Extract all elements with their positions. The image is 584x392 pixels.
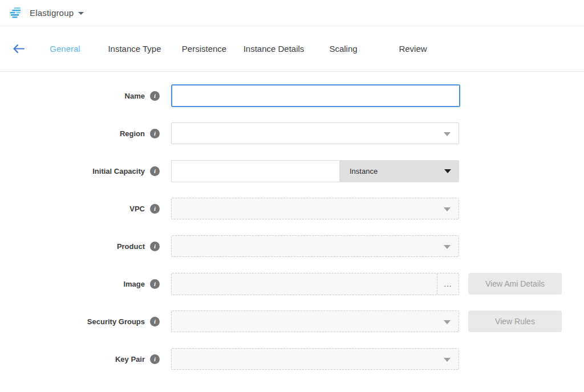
image-label: Image xyxy=(123,280,145,288)
name-label: Name xyxy=(125,92,145,100)
brand-name[interactable]: Elastigroup xyxy=(30,8,74,18)
vpc-dropdown[interactable] xyxy=(171,198,459,219)
capacity-unit-value: Instance xyxy=(350,167,378,175)
initial-capacity-row: Initial Capacity i Instance xyxy=(0,160,584,182)
region-row: Region i xyxy=(0,122,584,145)
view-rules-button[interactable]: View Rules xyxy=(468,311,562,332)
name-info-icon[interactable]: i xyxy=(150,91,160,101)
elastigroup-logo-icon xyxy=(9,7,24,19)
image-browse-ellipsis-icon[interactable]: ... xyxy=(437,273,459,295)
vpc-label: VPC xyxy=(129,205,145,213)
key-pair-caret-down-icon xyxy=(444,358,451,362)
initial-capacity-info-icon[interactable]: i xyxy=(150,166,160,176)
region-dropdown[interactable] xyxy=(171,122,459,144)
initial-capacity-label: Initial Capacity xyxy=(92,167,145,175)
tab-general[interactable]: General xyxy=(30,44,100,54)
vpc-info-icon[interactable]: i xyxy=(150,204,160,214)
product-label: Product xyxy=(117,242,145,251)
top-bar: Elastigroup xyxy=(0,0,584,26)
security-groups-label: Security Groups xyxy=(87,317,145,326)
tab-scaling[interactable]: Scaling xyxy=(309,44,378,54)
view-ami-details-button[interactable]: View Ami Details xyxy=(468,273,562,295)
capacity-unit-dropdown[interactable]: Instance xyxy=(340,160,459,182)
name-row: Name i xyxy=(0,84,584,107)
tab-instance-details[interactable]: Instance Details xyxy=(239,44,309,54)
product-row: Product i xyxy=(0,235,584,258)
wizard-tab-bar: General Instance Type Persistence Instan… xyxy=(0,26,584,72)
tab-instance-type[interactable]: Instance Type xyxy=(100,44,169,54)
security-groups-row: Security Groups i View Rules xyxy=(0,310,584,333)
security-groups-dropdown[interactable] xyxy=(171,311,459,332)
brand-caret-down-icon[interactable] xyxy=(78,12,84,15)
wizard-tabs: General Instance Type Persistence Instan… xyxy=(30,44,448,54)
name-input[interactable] xyxy=(171,84,460,107)
image-row: Image i ... View Ami Details xyxy=(0,272,584,295)
region-info-icon[interactable]: i xyxy=(150,129,160,138)
image-info-icon[interactable]: i xyxy=(150,279,160,289)
key-pair-info-icon[interactable]: i xyxy=(150,354,160,364)
product-caret-down-icon xyxy=(444,245,451,249)
product-dropdown[interactable] xyxy=(171,235,459,257)
back-arrow-icon[interactable] xyxy=(13,44,30,54)
general-settings-form: Name i Region i Initial Capacity i Insta… xyxy=(0,72,584,370)
vpc-caret-down-icon xyxy=(444,207,451,211)
vpc-row: VPC i xyxy=(0,197,584,220)
capacity-unit-caret-down-icon xyxy=(444,169,451,173)
region-label: Region xyxy=(120,129,145,138)
image-value xyxy=(172,273,437,295)
region-caret-down-icon xyxy=(444,132,451,136)
product-info-icon[interactable]: i xyxy=(150,242,160,251)
image-field[interactable]: ... xyxy=(171,273,459,295)
key-pair-label: Key Pair xyxy=(115,355,145,364)
key-pair-dropdown[interactable] xyxy=(171,348,459,370)
initial-capacity-input[interactable] xyxy=(171,160,340,182)
security-groups-info-icon[interactable]: i xyxy=(150,317,160,326)
tab-persistence[interactable]: Persistence xyxy=(169,44,239,54)
tab-review[interactable]: Review xyxy=(378,44,448,54)
key-pair-row: Key Pair i xyxy=(0,348,584,370)
security-groups-caret-down-icon xyxy=(444,320,451,324)
